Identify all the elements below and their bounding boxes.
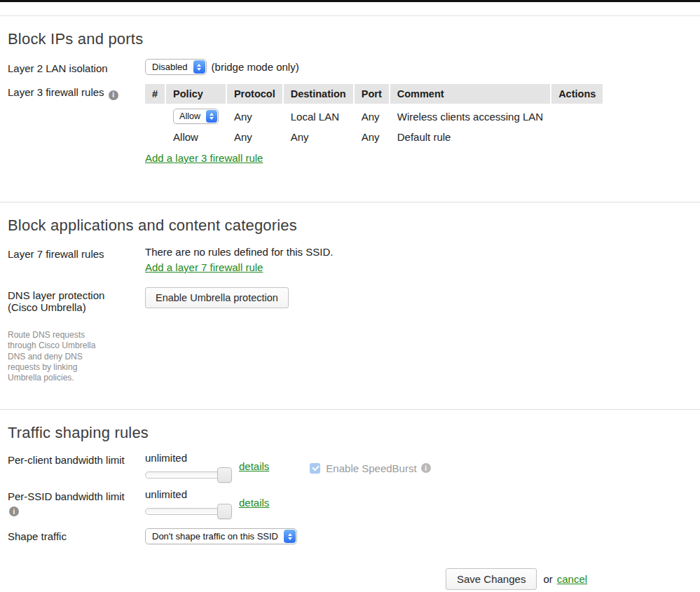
per-client-bandwidth-label: Per-client bandwidth limit xyxy=(8,452,145,466)
footer-actions: Save Changes or cancel xyxy=(0,568,700,590)
section-title-block-apps: Block applications and content categorie… xyxy=(8,202,692,235)
row-shape-traffic: Shape traffic Don't shape traffic on thi… xyxy=(8,528,692,544)
col-header-destination: Destination xyxy=(284,84,353,104)
speedburst-label: Enable SpeedBurst xyxy=(326,462,416,474)
layer3-firewall-rules-label: Layer 3 firewall rules xyxy=(8,84,145,100)
rule1-num xyxy=(145,104,165,128)
rule1-policy-select[interactable]: Allow xyxy=(173,109,219,124)
layer7-firewall-rules-label: Layer 7 firewall rules xyxy=(8,246,145,260)
table-row: Allow Any Any Any Default rule xyxy=(145,128,603,146)
rule1-port: Any xyxy=(355,104,389,128)
dns-protection-description: Route DNS requests through Cisco Umbrell… xyxy=(8,330,104,383)
col-header-comment: Comment xyxy=(390,84,550,104)
rule2-actions xyxy=(551,128,603,146)
speedburst-info-icon[interactable] xyxy=(421,463,431,473)
section-title-traffic-shaping: Traffic shaping rules xyxy=(8,410,692,442)
table-header-row: # Policy Protocol Destination Port Comme… xyxy=(145,84,603,104)
speedburst-group: Enable SpeedBurst xyxy=(310,457,430,479)
per-client-details-link[interactable]: details xyxy=(239,460,269,479)
per-ssid-info-icon[interactable] xyxy=(9,507,19,516)
per-ssid-bandwidth-value: unlimited xyxy=(145,488,234,500)
layer3-firewall-table: # Policy Protocol Destination Port Comme… xyxy=(144,84,604,146)
per-client-bandwidth-value: unlimited xyxy=(145,452,234,464)
row-per-client-bandwidth: Per-client bandwidth limit unlimited det… xyxy=(8,452,692,479)
rule2-port: Any xyxy=(355,128,389,146)
select-stepper-icon xyxy=(284,530,296,543)
slider-handle[interactable] xyxy=(217,504,232,519)
rule1-destination: Local LAN xyxy=(284,104,353,128)
layer7-content: There are no rules defined for this SSID… xyxy=(145,246,692,273)
shape-traffic-select[interactable]: Don't shape traffic on this SSID xyxy=(145,528,297,544)
col-header-policy: Policy xyxy=(166,84,226,104)
section-block-applications: Block applications and content categorie… xyxy=(0,202,700,409)
or-text: or xyxy=(543,573,552,585)
shape-traffic-content: Don't shape traffic on this SSID xyxy=(145,528,692,544)
col-header-num: # xyxy=(145,84,165,104)
dns-content: Enable Umbrella protection xyxy=(145,287,692,308)
row-layer3-firewall-rules: Layer 3 firewall rules # Policy Protocol… xyxy=(8,84,692,164)
select-stepper-icon xyxy=(206,110,217,123)
section-title-block-ips: Block IPs and ports xyxy=(8,16,692,48)
per-ssid-bandwidth-control: unlimited xyxy=(145,488,234,515)
layer2-content: Disabled (bridge mode only) xyxy=(145,59,692,75)
per-ssid-content: unlimited details xyxy=(145,488,692,515)
add-layer7-rule-link[interactable]: Add a layer 7 firewall rule xyxy=(145,261,263,273)
top-strip xyxy=(0,2,700,16)
section-traffic-shaping: Traffic shaping rules Per-client bandwid… xyxy=(0,409,700,544)
per-ssid-bandwidth-label: Per-SSID bandwidth limit xyxy=(8,488,145,516)
layer2-lan-isolation-label: Layer 2 LAN isolation xyxy=(8,60,145,74)
rule2-num xyxy=(145,128,165,146)
per-client-content: unlimited details Enable SpeedBurst xyxy=(145,452,692,479)
row-layer7-firewall-rules: Layer 7 firewall rules There are no rule… xyxy=(8,246,692,273)
rule2-policy: Allow xyxy=(166,128,226,146)
rule2-destination: Any xyxy=(284,128,353,146)
row-per-ssid-bandwidth: Per-SSID bandwidth limit unlimited detai… xyxy=(8,488,692,516)
shape-traffic-select-value: Don't shape traffic on this SSID xyxy=(152,531,284,542)
select-stepper-icon xyxy=(193,60,205,74)
table-row: Allow Any Local LAN Any Wireless clients… xyxy=(145,104,603,128)
row-dns-layer-protection: DNS layer protection (Cisco Umbrella) Ro… xyxy=(8,287,692,383)
col-header-protocol: Protocol xyxy=(227,84,282,104)
layer2-isolation-select[interactable]: Disabled xyxy=(145,59,207,75)
shape-traffic-label: Shape traffic xyxy=(8,528,145,542)
rule1-policy-cell: Allow xyxy=(166,104,226,128)
row-layer2-lan-isolation: Layer 2 LAN isolation Disabled (bridge m… xyxy=(8,59,692,75)
rule1-actions xyxy=(551,104,603,128)
rule1-protocol: Any xyxy=(227,104,282,128)
layer7-empty-text: There are no rules defined for this SSID… xyxy=(145,246,692,258)
per-client-bandwidth-slider[interactable] xyxy=(145,471,231,479)
speedburst-checkbox[interactable] xyxy=(310,463,320,474)
layer3-info-icon[interactable] xyxy=(109,90,118,100)
layer2-isolation-select-value: Disabled xyxy=(152,62,193,72)
per-ssid-bandwidth-slider[interactable] xyxy=(145,508,231,515)
layer3-content: # Policy Protocol Destination Port Comme… xyxy=(145,84,692,164)
dns-layer-protection-label: DNS layer protection (Cisco Umbrella) Ro… xyxy=(8,287,145,383)
col-header-port: Port xyxy=(355,84,389,104)
rule1-comment: Wireless clients accessing LAN xyxy=(390,104,550,128)
bridge-mode-note: (bridge mode only) xyxy=(212,61,299,73)
col-header-actions: Actions xyxy=(551,84,603,104)
section-block-ips-and-ports: Block IPs and ports Layer 2 LAN isolatio… xyxy=(0,16,700,202)
per-ssid-details-link[interactable]: details xyxy=(239,497,269,515)
rule2-protocol: Any xyxy=(227,128,282,146)
add-layer3-rule-link[interactable]: Add a layer 3 firewall rule xyxy=(145,152,263,164)
save-changes-button[interactable]: Save Changes xyxy=(446,568,537,590)
enable-umbrella-button[interactable]: Enable Umbrella protection xyxy=(145,287,289,308)
per-client-bandwidth-control: unlimited xyxy=(145,452,234,479)
rule2-comment: Default rule xyxy=(390,128,550,146)
rule1-policy-select-value: Allow xyxy=(179,111,206,121)
cancel-link[interactable]: cancel xyxy=(557,573,587,585)
slider-handle[interactable] xyxy=(217,467,232,483)
